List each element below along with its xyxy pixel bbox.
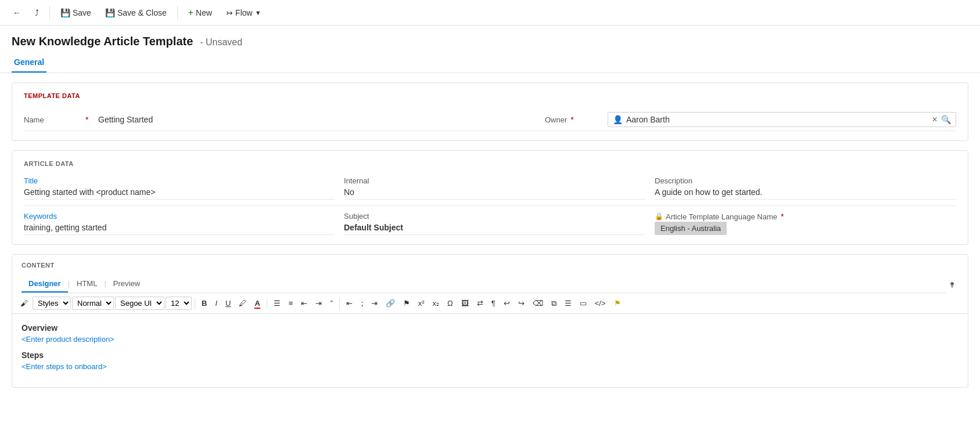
highlight-button[interactable]: 🖊 xyxy=(235,297,250,309)
blockquote-button[interactable]: ” xyxy=(326,297,336,309)
keywords-value: training, getting started xyxy=(24,223,335,235)
editor-placeholder-2: <Enter steps to onboard> xyxy=(21,362,959,371)
insert-box-button[interactable]: ▭ xyxy=(576,297,590,309)
superscript-icon: x² xyxy=(418,299,425,308)
source-button[interactable]: </> xyxy=(591,297,609,309)
owner-person-icon: 👤 xyxy=(613,115,623,124)
template-data-title: TEMPLATE DATA xyxy=(24,92,956,99)
italic-button[interactable]: I xyxy=(211,297,221,309)
keywords-label: Keywords xyxy=(24,212,335,221)
indent-button[interactable]: ⇥ xyxy=(312,297,325,309)
para-icon: ¶ xyxy=(491,299,496,308)
size-select[interactable]: 12 xyxy=(166,297,192,310)
font-color-icon: A xyxy=(254,299,260,308)
brush-button[interactable]: 🖌 xyxy=(17,297,31,309)
lang-name-label: Article Template Language Name xyxy=(666,212,777,221)
name-required: * xyxy=(85,115,88,124)
internal-field: Internal No xyxy=(335,176,645,200)
owner-input-field[interactable]: 👤 Aaron Barth ✕ 🔍 xyxy=(608,112,956,127)
redo-button[interactable]: ↪ xyxy=(515,297,528,309)
description-value: A guide on how to get started. xyxy=(655,187,956,200)
internal-value: No xyxy=(344,187,645,200)
rtl-icon: ⇄ xyxy=(477,299,483,308)
new-button[interactable]: + New xyxy=(182,5,218,20)
underline-button[interactable]: U xyxy=(222,297,234,309)
tab-designer[interactable]: Designer xyxy=(21,276,68,292)
unordered-list-button[interactable]: ☰ xyxy=(270,297,284,309)
font-color-button[interactable]: A xyxy=(251,297,263,309)
styles-select[interactable]: Styles xyxy=(33,297,71,310)
table-button[interactable]: ⧉ xyxy=(548,297,560,310)
owner-label: Owner xyxy=(545,115,567,124)
expand-icon[interactable]: ⧭ xyxy=(946,277,959,291)
back-icon: ← xyxy=(13,8,21,17)
indent-icon: ⇥ xyxy=(315,299,322,308)
editor-heading-2: Steps xyxy=(21,351,959,360)
unlink-button[interactable]: ⚑ xyxy=(400,297,414,309)
highlight-icon: 🖊 xyxy=(239,299,246,308)
undo-button[interactable]: ↩ xyxy=(500,297,514,309)
owner-value: Aaron Barth xyxy=(626,115,928,124)
back-button[interactable]: ← xyxy=(7,6,27,20)
link-icon: 🔗 xyxy=(386,299,395,308)
table-icon: ⧉ xyxy=(551,299,557,308)
save-close-button[interactable]: 💾 Save & Close xyxy=(99,6,173,20)
save-button[interactable]: 💾 Save xyxy=(55,6,97,20)
special-chars-button[interactable]: Ω xyxy=(444,297,457,309)
owner-clear-button[interactable]: ✕ xyxy=(932,115,938,124)
flow-icon: ↣ xyxy=(226,8,233,17)
align-center-button[interactable]: ⁏ xyxy=(357,297,367,309)
content-tabs: Designer | HTML | Preview xyxy=(21,276,946,293)
unlink-icon: ⚑ xyxy=(403,299,410,308)
subject-value: Default Subject xyxy=(344,223,645,235)
content-section-title: CONTENT xyxy=(21,262,959,269)
ordered-list-button[interactable]: ≡ xyxy=(285,297,297,309)
superscript-button[interactable]: x² xyxy=(415,297,428,309)
bold-button[interactable]: B xyxy=(198,297,210,309)
name-value: Getting Started xyxy=(98,115,540,124)
rtl-button[interactable]: ⇄ xyxy=(473,297,487,309)
description-field: Description A guide on how to get starte… xyxy=(645,176,956,200)
image-button[interactable]: 🖼 xyxy=(458,297,472,309)
subscript-icon: x₂ xyxy=(433,299,440,308)
editor-placeholder-1: <Enter product description> xyxy=(21,335,959,344)
tab-preview[interactable]: Preview xyxy=(106,276,147,292)
outdent-button[interactable]: ⇤ xyxy=(297,297,311,309)
special-chars-icon: Ω xyxy=(447,299,453,308)
subject-label: Subject xyxy=(344,212,645,221)
article-data-section: ARTICLE DATA Title Getting started with … xyxy=(12,150,968,245)
list-style-button[interactable]: ☰ xyxy=(561,297,575,309)
ed-divider-2 xyxy=(267,298,267,309)
flag-icon: ⚑ xyxy=(614,299,621,308)
title-field: Title Getting started with <product name… xyxy=(24,176,335,200)
link-button[interactable]: 🔗 xyxy=(382,297,399,309)
flow-dropdown-icon: ▼ xyxy=(255,9,261,16)
title-label: Title xyxy=(24,176,335,185)
share-button[interactable]: ⤴ xyxy=(29,6,45,20)
para-button[interactable]: ¶ xyxy=(488,297,499,309)
article-data-title: ARTICLE DATA xyxy=(24,160,956,167)
title-value: Getting started with <product name> xyxy=(24,187,335,200)
owner-search-icon[interactable]: 🔍 xyxy=(941,115,951,124)
tabs-bar: General xyxy=(0,53,980,73)
align-left-button[interactable]: ⇤ xyxy=(343,297,356,309)
align-right-button[interactable]: ⇥ xyxy=(368,297,381,309)
tab-general[interactable]: General xyxy=(12,53,46,73)
align-center-icon: ⁏ xyxy=(361,299,363,308)
keywords-field: Keywords training, getting started xyxy=(24,212,335,235)
align-left-icon: ⇤ xyxy=(346,299,353,308)
format-select[interactable]: Normal xyxy=(72,297,114,310)
clear-format-button[interactable]: ⌫ xyxy=(529,297,547,309)
font-select[interactable]: Segoe UI xyxy=(115,297,164,310)
tab-html[interactable]: HTML xyxy=(70,276,104,292)
editor-body[interactable]: Overview <Enter product description> Ste… xyxy=(12,314,968,387)
share-icon: ⤴ xyxy=(35,8,39,17)
template-data-section: TEMPLATE DATA Name * Getting Started Own… xyxy=(12,82,968,141)
image-icon: 🖼 xyxy=(461,299,469,308)
lang-name-field: 🔒 Article Template Language Name * Engli… xyxy=(645,212,956,235)
flow-button[interactable]: ↣ Flow ▼ xyxy=(220,6,267,20)
new-icon: + xyxy=(188,8,193,18)
subscript-button[interactable]: x₂ xyxy=(429,297,443,309)
toolbar-divider-2 xyxy=(177,6,178,20)
flag-button[interactable]: ⚑ xyxy=(611,297,624,309)
